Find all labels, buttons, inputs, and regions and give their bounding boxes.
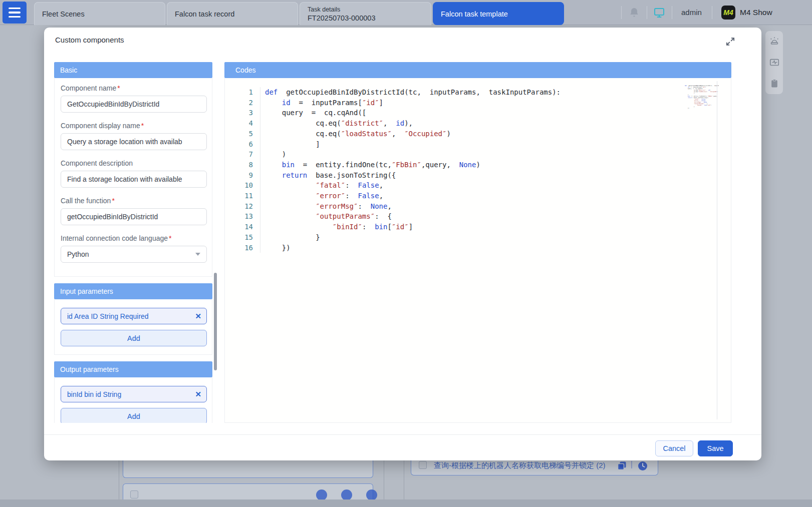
add-input-parameter-button[interactable]: Add: [61, 330, 207, 346]
top-navigation-bar: Fleet Scenes Falcon task record Task det…: [0, 0, 812, 25]
remove-parameter-icon[interactable]: ✕: [195, 390, 201, 399]
dialog-footer: Cancel Save: [44, 434, 761, 460]
topbar-divider: [672, 6, 672, 19]
background-divider: [404, 460, 404, 503]
editor-scrollbar[interactable]: [717, 81, 717, 419]
code-minimap[interactable]: def getOccupiedBinIdByDistrictId(tc, inp…: [685, 85, 719, 109]
input-parameter-chip[interactable]: id Area ID String Required ✕: [61, 308, 207, 324]
code-editor[interactable]: 1def getOccupiedBinIdByDistrictId(tc, in…: [224, 78, 731, 423]
field-label: Component display name: [61, 122, 140, 130]
code-lines: 1def getOccupiedBinIdByDistrictId(tc, in…: [225, 78, 731, 253]
cancel-button[interactable]: Cancel: [655, 440, 693, 456]
tab-label: Falcon task record: [175, 10, 298, 18]
field-component-description: Component description: [61, 159, 206, 188]
field-component-name: Component name*: [61, 84, 206, 113]
tab-label: Falcon task template: [441, 10, 564, 18]
form-column-scrollbar[interactable]: [214, 273, 217, 370]
remove-parameter-icon[interactable]: ✕: [195, 312, 201, 321]
field-component-display-name: Component display name*: [61, 122, 206, 150]
background-checkbox: [130, 490, 138, 498]
codes-section-header: Codes: [224, 62, 731, 78]
background-bottom-strip: [0, 499, 812, 507]
custom-components-dialog: Custom components Basic Component name* …: [44, 28, 761, 460]
background-divider: [119, 460, 119, 500]
hamburger-menu-button[interactable]: [3, 2, 27, 24]
output-parameters-section: Output parameters binId bin id String ✕ …: [54, 361, 212, 423]
form-column: Basic Component name* Component display …: [54, 62, 219, 423]
tab-falcon-task-record[interactable]: Falcon task record: [167, 2, 298, 25]
chevron-down-icon: [195, 253, 200, 256]
field-label: Call the function: [61, 197, 111, 205]
tab-falcon-task-template[interactable]: Falcon task template: [433, 2, 564, 25]
field-label: Internal connection code language: [61, 234, 168, 242]
field-label: Component name: [61, 84, 116, 92]
alarm-light-icon: [765, 31, 783, 52]
tab-task-details[interactable]: Task details FT20250703-000003: [300, 2, 431, 25]
call-function-input[interactable]: [61, 208, 207, 225]
copy-icon: [617, 461, 627, 470]
selected-language: Python: [67, 250, 89, 258]
save-button[interactable]: Save: [698, 440, 733, 456]
output-parameter-label: binId bin id String: [67, 390, 121, 398]
clipboard-icon: [765, 73, 783, 94]
background-action-icon: [366, 489, 377, 500]
dialog-title: Custom components: [55, 36, 124, 44]
component-description-input[interactable]: [61, 171, 207, 188]
component-name-input[interactable]: [61, 96, 207, 113]
clock-icon: [638, 461, 648, 471]
required-asterisk: *: [141, 122, 144, 130]
output-parameter-chip[interactable]: binId bin id String ✕: [61, 386, 207, 402]
topbar-divider: [621, 6, 622, 19]
tab-fleet-scenes[interactable]: Fleet Scenes: [34, 2, 165, 25]
side-toolbar: [765, 31, 783, 94]
tab-label: Fleet Scenes: [42, 10, 165, 18]
topbar-divider: [647, 6, 647, 19]
background-icon-divider: |: [631, 460, 633, 469]
field-code-language: Internal connection code language* Pytho…: [61, 234, 206, 263]
monitor-icon[interactable]: [653, 7, 665, 19]
component-display-name-input[interactable]: [61, 133, 207, 150]
background-action-icon: [341, 489, 352, 500]
input-parameters-section: Input parameters id Area ID String Requi…: [54, 283, 212, 355]
add-output-parameter-button[interactable]: Add: [61, 408, 207, 423]
input-parameters-header: Input parameters: [54, 283, 212, 299]
basic-section-header: Basic: [54, 62, 212, 78]
tab-sublabel: FT20250703-000003: [308, 14, 431, 23]
required-asterisk: *: [117, 84, 120, 92]
m4-logo: M4: [721, 6, 735, 20]
expand-dialog-icon[interactable]: [725, 37, 735, 47]
output-parameters-header: Output parameters: [54, 361, 212, 377]
background-checkbox: [419, 461, 427, 469]
background-action-icon: [316, 489, 327, 500]
monitor-pulse-icon: [765, 52, 783, 73]
code-language-select[interactable]: Python: [61, 246, 207, 263]
tab-label: Task details: [308, 6, 431, 14]
field-call-function: Call the function*: [61, 197, 206, 225]
codes-section: Codes 1def getOccupiedBinIdByDistrictId(…: [224, 62, 731, 423]
user-name[interactable]: admin: [681, 0, 702, 25]
basic-section: Basic Component name* Component display …: [54, 62, 212, 277]
required-asterisk: *: [169, 234, 171, 242]
notification-bell-icon[interactable]: [628, 7, 640, 19]
page: 查询-根据楼上的机器人名称获取电梯编号并锁定 (2) |: [0, 0, 812, 507]
background-divider: [384, 460, 384, 503]
input-parameter-label: id Area ID String Required: [67, 312, 149, 320]
brand-name: M4 Show: [740, 0, 772, 25]
topbar-divider: [712, 6, 712, 19]
required-asterisk: *: [112, 197, 114, 205]
field-label: Component description: [61, 159, 133, 167]
